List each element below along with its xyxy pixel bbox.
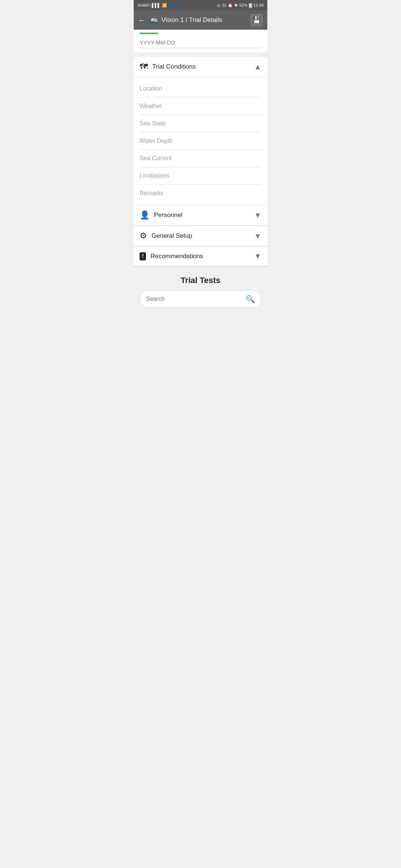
personnel-chevron-icon: ▼ bbox=[254, 211, 261, 220]
general-setup-chevron-icon: ▼ bbox=[254, 232, 261, 240]
trial-tests-section: Trial Tests 🔍 bbox=[134, 270, 267, 313]
trial-conditions-header[interactable]: 🗺 Trial Conditions ▲ bbox=[134, 57, 267, 77]
limitations-field[interactable]: Limitiations bbox=[140, 167, 261, 185]
chevron-up-icon: ▲ bbox=[254, 63, 261, 71]
trial-conditions-card: 🗺 Trial Conditions ▲ Location Weather Se… bbox=[134, 57, 267, 266]
water-depth-field[interactable]: Water Depth bbox=[140, 132, 261, 150]
recommendations-header[interactable]: ! Recommendations ▼ bbox=[134, 246, 267, 266]
search-icon: 🔍 bbox=[246, 295, 255, 303]
search-input[interactable] bbox=[146, 296, 242, 302]
gear-icon: ⚙ bbox=[140, 231, 147, 241]
trial-tests-title: Trial Tests bbox=[140, 276, 261, 285]
wifi-icon: 📶 bbox=[162, 3, 167, 8]
n-icon: Ⓝ bbox=[222, 3, 226, 8]
date-input[interactable] bbox=[140, 37, 261, 48]
bluetooth-icon: ✱ bbox=[234, 3, 238, 8]
remarks-field[interactable]: Remarks bbox=[140, 185, 261, 202]
extra-icons: 👣👣 bbox=[169, 3, 179, 8]
map-icon: 🗺 bbox=[140, 62, 148, 72]
status-left: VoWiFi ▌▌▌ 📶 👣👣 bbox=[137, 3, 179, 8]
general-setup-title: General Setup bbox=[151, 232, 254, 240]
location-field[interactable]: Location bbox=[140, 80, 261, 98]
signal-icon: ▌▌▌ bbox=[152, 3, 160, 7]
time-label: 12:49 bbox=[253, 3, 264, 7]
recommendations-title: Recommendations bbox=[150, 253, 254, 260]
status-right: ◎ Ⓝ ⏰ ✱ 52% ▓ 12:49 bbox=[217, 3, 264, 8]
save-button[interactable]: 💾 bbox=[250, 14, 263, 26]
search-container: 🔍 bbox=[140, 290, 261, 308]
app-bar: ← 🚢 Vision 1 / Trial Details 💾 bbox=[134, 10, 267, 30]
battery-label: 52% bbox=[239, 3, 247, 7]
vowifi-label: VoWiFi bbox=[137, 3, 150, 7]
battery-icon: ▓ bbox=[249, 3, 252, 7]
alert-icon: ! bbox=[140, 252, 146, 260]
alarm-icon: ⏰ bbox=[228, 3, 233, 8]
status-bar: VoWiFi ▌▌▌ 📶 👣👣 ◎ Ⓝ ⏰ ✱ 52% ▓ 12:49 bbox=[134, 0, 267, 10]
personnel-title: Personnel bbox=[154, 211, 254, 219]
sea-current-field[interactable]: Sea Current bbox=[140, 150, 261, 167]
breadcrumb-title: Vision 1 / Trial Details bbox=[162, 16, 222, 24]
trial-conditions-title: Trial Conditions bbox=[152, 63, 254, 70]
person-icon: 👤 bbox=[140, 210, 150, 220]
date-field-container bbox=[134, 30, 267, 53]
general-setup-header[interactable]: ⚙ General Setup ▼ bbox=[134, 226, 267, 246]
weather-field[interactable]: Weather bbox=[140, 98, 261, 115]
sea-state-field[interactable]: Sea State bbox=[140, 115, 261, 132]
recommendations-chevron-icon: ▼ bbox=[254, 252, 261, 260]
eye-icon: ◎ bbox=[217, 3, 221, 8]
tab-indicator bbox=[140, 33, 158, 34]
personnel-header[interactable]: 👤 Personnel ▼ bbox=[134, 205, 267, 226]
trial-conditions-fields: Location Weather Sea State Water Depth S… bbox=[134, 77, 267, 205]
ship-icon: 🚢 bbox=[149, 16, 159, 24]
app-bar-title: 🚢 Vision 1 / Trial Details bbox=[149, 16, 247, 24]
save-icon: 💾 bbox=[252, 16, 261, 24]
back-button[interactable]: ← bbox=[138, 16, 146, 24]
